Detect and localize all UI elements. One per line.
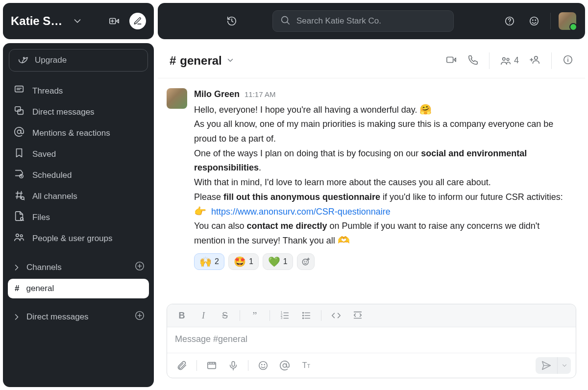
people-icon (14, 232, 24, 245)
svg-point-38 (507, 58, 509, 60)
video-clip-icon[interactable] (202, 357, 221, 374)
svg-point-45 (302, 259, 308, 265)
ordered-list-button[interactable]: 123 (275, 307, 294, 324)
emoji-icon[interactable] (526, 13, 542, 29)
channel-title[interactable]: # general (170, 54, 235, 68)
all-channels-icon (14, 190, 24, 203)
divider (489, 52, 490, 69)
strike-button[interactable]: S (215, 307, 235, 324)
add-reaction-button[interactable] (297, 253, 315, 270)
at-icon (14, 126, 24, 140)
sidebar: Upgrade Threads Direct messages Mentions… (3, 43, 154, 387)
svg-point-74 (283, 364, 286, 367)
user-avatar[interactable] (559, 12, 576, 30)
nav-label: Scheduled (32, 171, 72, 180)
search-input[interactable]: Search Katie Stark Co. (272, 10, 454, 32)
formatting-toggle-icon[interactable]: TT (296, 357, 316, 374)
dms-section[interactable]: Direct messages (8, 305, 149, 328)
nav-label: Saved (32, 149, 56, 159)
attach-icon[interactable] (172, 357, 192, 374)
compose-icon[interactable] (129, 13, 146, 29)
composer-actions: TT (167, 353, 576, 378)
codeblock-button[interactable] (348, 307, 368, 324)
svg-point-61 (303, 318, 304, 319)
questionnaire-link[interactable]: https://www.anonsurv.com/CSR-questionnai… (211, 207, 391, 217)
reaction-count: 2 (215, 255, 219, 268)
svg-line-29 (287, 22, 290, 24)
italic-button[interactable]: I (194, 307, 213, 324)
bullet-list-button[interactable] (296, 307, 316, 324)
code-button[interactable] (326, 307, 346, 324)
author-avatar[interactable] (167, 88, 187, 109)
message-paragraph: Hello, everyone! I hope you're all havin… (194, 103, 571, 118)
dm-icon (14, 105, 24, 119)
nav-people[interactable]: People & user groups (8, 228, 149, 249)
nav-scheduled[interactable]: Scheduled (8, 165, 149, 186)
nav-dms[interactable]: Direct messages (8, 101, 149, 122)
svg-point-47 (306, 261, 306, 262)
bold-button[interactable]: B (172, 307, 192, 324)
member-count[interactable]: 4 (500, 55, 519, 66)
nav-threads[interactable]: Threads (8, 80, 149, 101)
send-icon (536, 357, 557, 374)
nav-mentions[interactable]: Mentions & reactions (8, 122, 149, 144)
svg-point-37 (503, 57, 506, 60)
message-author[interactable]: Milo Green (194, 87, 240, 102)
add-channel-icon[interactable] (134, 261, 145, 274)
svg-point-46 (304, 261, 305, 262)
svg-marker-36 (454, 58, 456, 61)
workspace-name[interactable]: Katie S… (11, 14, 62, 28)
upgrade-button[interactable]: Upgrade (9, 49, 148, 72)
hug-emoji: 🤗 (419, 104, 432, 115)
rocket-icon (17, 54, 28, 67)
message-paragraph: With that in mind, I'd love to learn mor… (194, 175, 571, 190)
reaction[interactable]: 💚 1 (263, 253, 293, 270)
svg-point-72 (262, 365, 262, 365)
add-member-icon[interactable] (530, 54, 540, 67)
divider (551, 52, 552, 69)
phone-call-icon[interactable] (467, 54, 478, 67)
nav-label: All channels (32, 192, 77, 201)
divider (270, 310, 270, 321)
emoji-icon[interactable] (253, 357, 273, 374)
nav-saved[interactable]: Saved (8, 144, 149, 165)
reaction[interactable]: 🤩 1 (228, 253, 259, 270)
search-placeholder: Search Katie Stark Co. (296, 16, 381, 26)
nav-files[interactable]: Files (8, 207, 149, 228)
svg-rect-5 (15, 86, 24, 92)
reaction[interactable]: 🙌 2 (194, 253, 224, 270)
help-icon[interactable] (501, 13, 518, 29)
svg-point-20 (16, 234, 19, 237)
hash-prefix: # (15, 284, 19, 293)
channels-section[interactable]: Channels (8, 256, 149, 279)
nav-label: Threads (32, 86, 63, 96)
hash-prefix: # (170, 54, 176, 68)
section-label: Direct messages (26, 312, 89, 322)
history-icon[interactable] (223, 13, 240, 29)
channel-general[interactable]: # general (8, 279, 149, 298)
add-dm-icon[interactable] (134, 310, 145, 323)
video-call-icon[interactable] (446, 54, 457, 67)
send-button[interactable] (536, 357, 571, 374)
chevron-down-icon[interactable] (69, 13, 86, 29)
mention-icon[interactable] (275, 357, 294, 374)
info-icon[interactable] (563, 54, 573, 67)
section-label: Channels (26, 263, 62, 272)
bookmark-icon (14, 147, 24, 161)
svg-point-39 (535, 56, 538, 59)
message-composer: B I S ” 123 Message #general (167, 304, 576, 378)
quote-button[interactable]: ” (245, 307, 265, 324)
svg-point-59 (303, 313, 304, 314)
new-video-icon[interactable] (106, 13, 122, 29)
channel-header: # general 4 (158, 43, 585, 78)
message-paragraph: As you all know, one of my main prioriti… (194, 117, 571, 146)
workspace-header: Katie S… (3, 3, 154, 39)
search-icon (280, 15, 291, 28)
send-options-icon[interactable] (557, 357, 571, 374)
mic-icon[interactable] (223, 357, 243, 374)
divider (248, 360, 248, 371)
top-header: Search Katie Stark Co. (158, 3, 585, 39)
nav-all-channels[interactable]: All channels (8, 186, 149, 207)
chevron-right-icon (12, 312, 22, 322)
message-input[interactable]: Message #general (167, 327, 576, 353)
